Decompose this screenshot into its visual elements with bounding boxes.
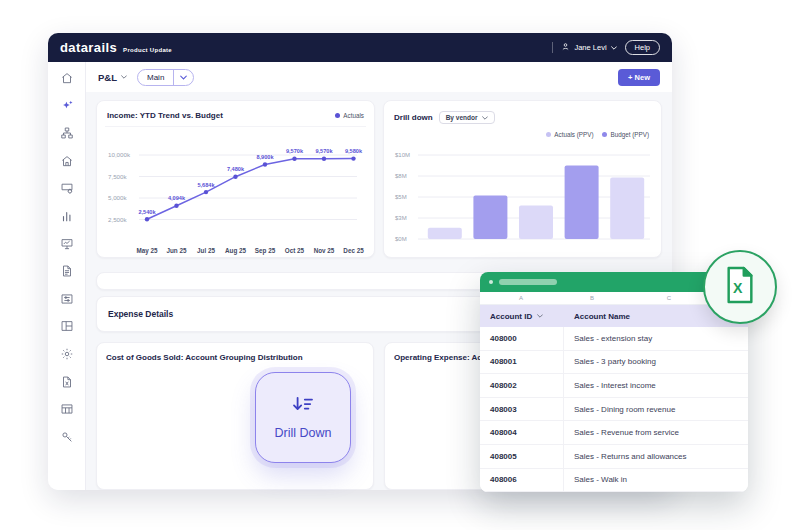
legend-actuals-ppv: Actuals (PPV) bbox=[546, 131, 593, 138]
chevron-down-icon bbox=[121, 75, 127, 79]
card-settings-icon[interactable] bbox=[60, 292, 74, 306]
cell-account-id: 408000 bbox=[480, 327, 564, 350]
income-chart-title: Income: YTD Trend vs. Budget bbox=[107, 111, 223, 120]
svg-text:4,094k: 4,094k bbox=[168, 195, 186, 201]
left-sidebar bbox=[48, 62, 86, 490]
svg-text:9,570k: 9,570k bbox=[286, 148, 304, 154]
page-toolbar: P&L Main + New bbox=[86, 62, 672, 92]
header-account-name: Account Name bbox=[574, 312, 630, 321]
svg-text:$3M: $3M bbox=[395, 215, 407, 221]
sheet-row[interactable]: 408000 Sales - extension stay bbox=[480, 327, 748, 351]
sheet-row[interactable]: 408002 Sales - Interest income bbox=[480, 374, 748, 398]
svg-text:Sep 25: Sep 25 bbox=[255, 247, 276, 255]
user-menu[interactable]: Jane Levi bbox=[561, 42, 616, 53]
topbar-divider bbox=[552, 42, 553, 53]
cell-account-id: 408006 bbox=[480, 469, 564, 492]
svg-text:$10M: $10M bbox=[395, 152, 410, 158]
hierarchy-icon[interactable] bbox=[60, 126, 74, 140]
cell-account-name: Sales - Dining room revenue bbox=[564, 398, 748, 421]
legend-dot-icon bbox=[602, 132, 607, 137]
card-gear-icon[interactable] bbox=[60, 181, 74, 195]
svg-text:Jun 25: Jun 25 bbox=[167, 247, 187, 254]
vendor-filter-dropdown[interactable]: By vendor bbox=[439, 111, 496, 124]
svg-text:$8M: $8M bbox=[395, 173, 407, 179]
legend-dot-icon bbox=[546, 132, 551, 137]
svg-text:10,000k: 10,000k bbox=[108, 151, 131, 158]
cogs-card-title: Cost of Goods Sold: Account Grouping Dis… bbox=[106, 353, 364, 362]
legend-actuals: Actuals bbox=[335, 112, 364, 119]
expense-details-title: Expense Details bbox=[108, 309, 173, 319]
table-icon[interactable] bbox=[60, 402, 74, 416]
svg-text:Aug 25: Aug 25 bbox=[225, 247, 246, 255]
svg-text:$5M: $5M bbox=[395, 194, 407, 200]
svg-text:2,540k: 2,540k bbox=[138, 209, 156, 215]
header-account-id: Account ID bbox=[490, 312, 532, 321]
excel-file-icon: X bbox=[723, 265, 757, 309]
svg-text:Oct 25: Oct 25 bbox=[285, 247, 305, 254]
top-navigation-bar: datarails Product Update Jane Levi Help bbox=[48, 33, 672, 62]
bar-chart-icon[interactable] bbox=[60, 209, 74, 223]
sheet-row[interactable]: 408005 Sales - Returns and allowances bbox=[480, 445, 748, 469]
user-avatar-icon bbox=[561, 42, 570, 53]
new-button[interactable]: + New bbox=[618, 69, 660, 86]
cell-account-id: 408005 bbox=[480, 445, 564, 468]
help-button[interactable]: Help bbox=[625, 40, 660, 55]
user-name: Jane Levi bbox=[574, 43, 606, 52]
sheet-row[interactable]: 408001 Sales - 3 party booking bbox=[480, 351, 748, 375]
cell-account-name: Sales - Returns and allowances bbox=[564, 445, 748, 468]
screenshot-stage: datarails Product Update Jane Levi Help bbox=[0, 0, 806, 530]
sheet-row[interactable]: 408006 Sales - Walk in bbox=[480, 469, 748, 492]
column-letter-c[interactable]: C bbox=[667, 295, 671, 301]
svg-text:2,500k: 2,500k bbox=[108, 216, 127, 223]
svg-text:5,684k: 5,684k bbox=[197, 182, 215, 188]
spreadsheet-header-row: Account ID Account Name bbox=[480, 305, 748, 327]
legend-budget-ppv: Budget (PPV) bbox=[602, 131, 649, 138]
chevron-down-icon[interactable] bbox=[173, 70, 193, 85]
layout-columns-icon[interactable] bbox=[60, 319, 74, 333]
svg-text:Jul 25: Jul 25 bbox=[197, 247, 215, 254]
drill-down-button[interactable]: Drill Down bbox=[255, 372, 351, 463]
datarails-logo: datarails bbox=[60, 41, 117, 54]
svg-text:9,580k: 9,580k bbox=[345, 148, 363, 154]
file-x-icon[interactable] bbox=[60, 375, 74, 389]
cell-account-name: Sales - Interest income bbox=[564, 374, 748, 397]
cell-account-name: Sales - Revenue from service bbox=[564, 421, 748, 444]
chevron-down-icon bbox=[611, 46, 617, 50]
legend-dot-icon bbox=[335, 113, 340, 118]
svg-text:Dec 25: Dec 25 bbox=[343, 247, 364, 254]
svg-text:May 25: May 25 bbox=[136, 247, 158, 255]
key-icon[interactable] bbox=[60, 430, 74, 444]
sheet-rows: 408000 Sales - extension stay 408001 Sal… bbox=[480, 327, 748, 492]
column-letter-a[interactable]: A bbox=[519, 295, 523, 301]
document-icon[interactable] bbox=[60, 264, 74, 278]
svg-text:8,900k: 8,900k bbox=[256, 154, 274, 160]
monitor-chart-icon[interactable] bbox=[60, 237, 74, 251]
page-title-dropdown[interactable]: P&L bbox=[98, 72, 127, 83]
svg-text:9,570k: 9,570k bbox=[315, 148, 333, 154]
page-title: P&L bbox=[98, 72, 117, 83]
filter-chevron-icon[interactable] bbox=[537, 314, 543, 318]
sheet-row[interactable]: 408004 Sales - Revenue from service bbox=[480, 421, 748, 445]
sheet-row[interactable]: 408003 Sales - Dining room revenue bbox=[480, 398, 748, 422]
home-icon[interactable] bbox=[60, 71, 74, 85]
drill-down-icon bbox=[291, 396, 315, 418]
chevron-down-icon bbox=[482, 116, 488, 120]
titlebar-handle bbox=[499, 279, 557, 285]
cell-account-id: 408004 bbox=[480, 421, 564, 444]
view-selector[interactable]: Main bbox=[137, 69, 194, 86]
drilldown-chart-title: Drill down bbox=[394, 113, 433, 122]
settings-gear-icon[interactable] bbox=[60, 347, 74, 361]
ai-sparkles-icon[interactable] bbox=[60, 99, 74, 113]
cell-account-name: Sales - extension stay bbox=[564, 327, 748, 350]
drill-down-label: Drill Down bbox=[275, 426, 332, 440]
svg-text:Nov 25: Nov 25 bbox=[314, 247, 335, 254]
drilldown-bar-chart: $10M$8M$5M$3M$0M bbox=[392, 141, 654, 253]
titlebar-dot-icon bbox=[489, 280, 493, 284]
cell-account-id: 408003 bbox=[480, 398, 564, 421]
column-letter-b[interactable]: B bbox=[590, 295, 594, 301]
svg-text:7,500k: 7,500k bbox=[108, 173, 127, 180]
view-selector-value: Main bbox=[138, 73, 173, 82]
home-alt-icon[interactable] bbox=[60, 154, 74, 168]
income-trend-card: Income: YTD Trend vs. Budget Actuals 10,… bbox=[96, 100, 375, 258]
excel-file-badge: X bbox=[703, 250, 777, 324]
